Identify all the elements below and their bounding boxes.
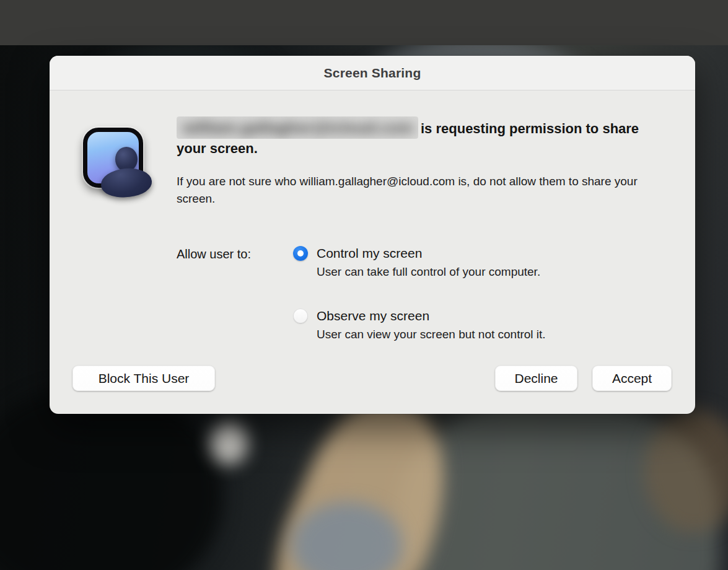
request-headline: william.gallagher@icloud.comis requestin… [177, 116, 641, 159]
dialog-content: william.gallagher@icloud.comis requestin… [50, 90, 695, 413]
option-label[interactable]: Observe my screen [317, 309, 429, 323]
warning-text: If you are not sure who william.gallaghe… [177, 173, 666, 208]
dialog-button-row: Block This User Decline Accept [72, 366, 672, 391]
radio-observe-my-screen-unselected[interactable] [293, 309, 308, 323]
allow-user-to-label: Allow user to: [177, 246, 293, 371]
icon-person-shoulders [100, 167, 153, 200]
screen-sharing-app-icon [81, 125, 152, 196]
option-description: User can take full control of your compu… [317, 265, 546, 279]
accept-button[interactable]: Accept [592, 366, 672, 391]
option-control-my-screen[interactable]: Control my screen User can take full con… [293, 246, 546, 279]
permission-options: Control my screen User can take full con… [293, 246, 546, 371]
block-this-user-button[interactable]: Block This User [72, 366, 215, 391]
redacted-requester-id: william.gallagher@icloud.com [177, 116, 418, 139]
dialog-title: Screen Sharing [324, 66, 421, 81]
menu-bar [0, 0, 728, 45]
decline-button[interactable]: Decline [495, 366, 577, 391]
option-description: User can view your screen but not contro… [317, 328, 546, 341]
allow-section: Allow user to: Control my screen User ca… [177, 246, 672, 371]
wallpaper-blob [211, 421, 248, 465]
dialog-titlebar: Screen Sharing [50, 56, 695, 90]
radio-control-my-screen-selected[interactable] [293, 246, 308, 261]
icon-person-silhouette [81, 125, 152, 196]
screen-sharing-dialog: Screen Sharing william.gallagher@icloud.… [50, 56, 695, 414]
option-observe-my-screen[interactable]: Observe my screen User can view your scr… [293, 309, 546, 341]
option-label[interactable]: Control my screen [317, 246, 422, 261]
